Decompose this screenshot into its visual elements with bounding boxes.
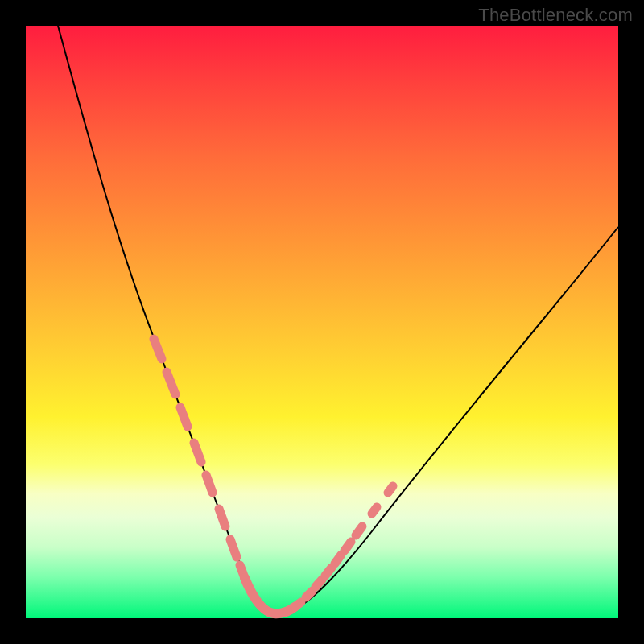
svg-line-9 (306, 591, 312, 597)
svg-line-11 (325, 568, 332, 576)
svg-line-16 (388, 486, 393, 493)
svg-line-5 (219, 509, 225, 526)
svg-line-15 (372, 507, 377, 514)
svg-line-0 (154, 339, 162, 359)
pink-right-dots (295, 486, 393, 607)
bottleneck-curve-path (58, 26, 618, 614)
svg-line-6 (230, 539, 237, 557)
svg-line-1 (167, 372, 175, 394)
bottleneck-curve-svg (26, 26, 618, 618)
svg-line-12 (335, 555, 341, 564)
svg-line-8 (295, 602, 301, 607)
svg-line-13 (345, 542, 351, 551)
svg-line-3 (194, 443, 201, 462)
pink-bottom-flat (245, 578, 295, 613)
svg-line-2 (180, 407, 188, 427)
watermark-text: TheBottleneck.com (478, 5, 633, 26)
svg-line-14 (356, 526, 362, 535)
svg-line-4 (206, 475, 213, 493)
outer-frame: TheBottleneck.com (0, 0, 644, 644)
svg-line-10 (316, 580, 322, 587)
pink-left-dots (154, 339, 245, 578)
